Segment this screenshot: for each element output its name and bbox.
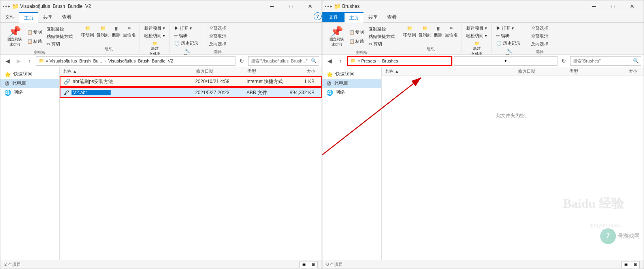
left-maximize-button[interactable]: □ xyxy=(282,0,300,12)
right-tab-share[interactable]: 共享 xyxy=(363,12,382,22)
right-move-button[interactable]: 📁 移动到 xyxy=(402,25,417,39)
right-back-button[interactable]: ◀ xyxy=(325,56,334,66)
left-search-container: 🔍 xyxy=(248,56,319,66)
left-up-button[interactable]: ↑ xyxy=(25,56,34,66)
right-minimize-button[interactable]: ─ xyxy=(585,0,603,12)
right-copy-path-button[interactable]: 复制路径 xyxy=(367,26,396,32)
right-paste-button[interactable]: 📋 粘贴 xyxy=(347,37,366,45)
left-refresh-button[interactable]: ↻ xyxy=(237,56,247,66)
right-history-button[interactable]: 🕐 历史记录 xyxy=(495,40,522,47)
copyto-icon: 📁 xyxy=(100,26,106,31)
right-col-type[interactable]: 类型 xyxy=(569,68,609,74)
right-rename-button[interactable]: ✏ 重命名 xyxy=(444,25,459,39)
left-col-date[interactable]: 修改日期 xyxy=(196,68,247,74)
left-cut-button[interactable]: ✂ 剪切 xyxy=(45,41,74,47)
right-tab-file[interactable]: 文件 xyxy=(322,12,345,22)
left-delete-button[interactable]: 🗑 删除 xyxy=(111,25,121,39)
left-forward-button[interactable]: ▶ xyxy=(14,56,23,66)
right-cut-button[interactable]: ✂ 剪切 xyxy=(367,41,396,47)
left-invert-select-button[interactable]: 反向选择 xyxy=(207,41,228,47)
right-refresh-button[interactable]: ↻ xyxy=(559,56,569,66)
right-sidebar-this-pc[interactable]: 🖥 此电脑 xyxy=(322,79,381,88)
left-open-button[interactable]: ▶ 打开 ▾ xyxy=(173,25,200,32)
left-grid-view[interactable]: ⊞ xyxy=(309,261,318,268)
right-pin-button[interactable]: 📌 固定到快速访问 xyxy=(327,25,346,48)
paste-icon: 📋 xyxy=(27,39,33,44)
right-select-all-button[interactable]: 全部选择 xyxy=(529,25,550,32)
left-edit-button[interactable]: ✏ 编辑 xyxy=(173,32,200,39)
left-new-item-button[interactable]: 新建项目 ▾ xyxy=(143,25,167,32)
left-easy-access-button[interactable]: 轻松访问 ▾ xyxy=(143,32,167,39)
left-paste-button[interactable]: 📋 粘贴 xyxy=(25,37,44,45)
left-help-button[interactable]: ? xyxy=(314,12,322,20)
left-col-name[interactable]: 名称 ▲ xyxy=(63,68,196,74)
right-paste-shortcut-button[interactable]: 粘贴快捷方式 xyxy=(367,33,396,40)
new-folder-icon: 📁 xyxy=(153,41,157,45)
left-pin-button[interactable]: 📌 固定到快速访问 xyxy=(5,25,24,48)
left-sidebar-this-pc[interactable]: 🖥 此电脑 xyxy=(0,79,59,88)
left-file-size-2: 894,332 KB xyxy=(286,90,318,95)
right-copy-icon: 📋 xyxy=(349,30,355,35)
left-file-row-2[interactable]: 🖌 V2.abr 2021/5/27 20:23 ABR 文件 894,332 … xyxy=(60,87,322,98)
right-new-item-button[interactable]: 新建项目 ▾ xyxy=(465,25,489,32)
left-tab-home[interactable]: 主页 xyxy=(19,12,38,23)
right-details-view[interactable]: ☰ xyxy=(621,261,630,268)
left-close-button[interactable]: ✕ xyxy=(301,0,319,12)
right-this-pc-label: 此电脑 xyxy=(334,80,348,87)
left-deselect-all-button[interactable]: 全部取消 xyxy=(207,33,228,40)
left-select-all-button[interactable]: 全部选择 xyxy=(207,25,228,32)
right-copy-button[interactable]: 📋 复制 xyxy=(347,28,366,36)
left-copy-path-button[interactable]: 复制路径 xyxy=(45,26,74,32)
left-organize-label: 组织 xyxy=(105,45,113,52)
left-ribbon-group-select: 全部选择 全部取消 反向选择 选择 xyxy=(205,24,230,53)
left-item-count: 2 个项目 xyxy=(4,261,21,267)
right-edit-button[interactable]: ✏ 编辑 xyxy=(495,32,522,39)
right-col-name[interactable]: 名称 ▲ xyxy=(385,68,518,74)
right-deselect-all-button[interactable]: 全部取消 xyxy=(529,33,550,40)
left-tab-share[interactable]: 共享 xyxy=(38,12,57,22)
right-invert-select-button[interactable]: 反向选择 xyxy=(529,41,550,47)
left-file-row-1[interactable]: 🔗 abr笔刷ps安装方法 2020/10/21 4:58 Internet 快… xyxy=(60,76,322,87)
right-sidebar-network[interactable]: 🌐 网络 xyxy=(322,88,381,97)
right-delete-button[interactable]: 🗑 删除 xyxy=(433,25,443,39)
left-ribbon-group-new: 新建项目 ▾ 轻松访问 ▾ 📁 新建文件夹 新建 xyxy=(140,24,169,53)
right-open-button[interactable]: ▶ 打开 ▾ xyxy=(495,25,522,32)
right-col-size[interactable]: 大小 xyxy=(609,68,640,74)
right-ribbon-group-clipboard: 📌 固定到快速访问 📋 复制 📋 粘贴 xyxy=(325,24,399,53)
right-search-input[interactable] xyxy=(570,56,641,66)
left-rename-button[interactable]: ✏ 重命名 xyxy=(122,25,137,39)
right-easy-access-button[interactable]: 轻松访问 ▾ xyxy=(465,32,489,39)
right-sidebar-quick-access[interactable]: ⭐ 快速访问 xyxy=(322,70,381,79)
rename-highlight: V2.abr xyxy=(72,90,111,95)
left-copy-to-button[interactable]: 📁 复制到 xyxy=(96,25,110,39)
left-tab-file[interactable]: 文件 xyxy=(0,12,19,22)
right-col-date[interactable]: 修改日期 xyxy=(518,68,569,74)
left-col-size[interactable]: 大小 xyxy=(287,68,318,74)
right-rename-icon: ✏ xyxy=(450,26,453,31)
left-history-button[interactable]: 🕐 历史记录 xyxy=(173,40,200,47)
right-maximize-button[interactable]: □ xyxy=(604,0,622,12)
right-tab-home[interactable]: 主页 xyxy=(345,12,363,23)
right-address-dropdown[interactable]: ▾ xyxy=(454,56,558,66)
left-address-input[interactable]: 📁 « Visualsofjulius_Brush_Bu... › Visual… xyxy=(36,56,235,66)
left-back-button[interactable]: ◀ xyxy=(3,56,12,66)
left-sidebar-quick-access[interactable]: ⭐ 快速访问 xyxy=(0,70,59,79)
left-paste-shortcut-button[interactable]: 粘贴快捷方式 xyxy=(45,33,74,40)
left-details-view[interactable]: ☰ xyxy=(299,261,308,268)
left-tab-view[interactable]: 查看 xyxy=(57,12,76,22)
right-address-input[interactable]: 📁 « Presets › Brushes xyxy=(347,56,452,66)
right-grid-view[interactable]: ⊞ xyxy=(631,261,640,268)
right-up-button[interactable]: ↑ xyxy=(336,56,345,66)
right-status-bar: 0 个项目 ☰ ⊞ xyxy=(322,260,644,269)
left-sidebar-network[interactable]: 🌐 网络 xyxy=(0,88,59,97)
right-sidebar: ⭐ 快速访问 🖥 此电脑 🌐 网络 xyxy=(322,67,382,260)
left-move-button[interactable]: 📁 移动到 xyxy=(80,25,95,39)
right-tab-view[interactable]: 查看 xyxy=(382,12,401,22)
left-minimize-button[interactable]: ─ xyxy=(263,0,281,12)
left-col-type[interactable]: 类型 xyxy=(247,68,287,74)
right-network-label: 网络 xyxy=(335,89,345,96)
right-copy-to-button[interactable]: 📁 复制到 xyxy=(418,25,432,39)
right-close-button[interactable]: ✕ xyxy=(623,0,641,12)
left-search-input[interactable] xyxy=(248,56,319,66)
left-copy-button[interactable]: 📋 复制 xyxy=(25,28,44,36)
